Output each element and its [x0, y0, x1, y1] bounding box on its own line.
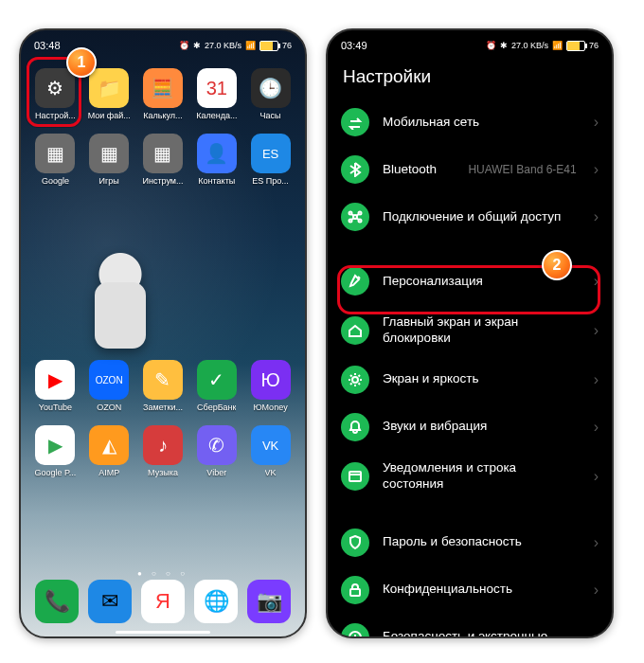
app-Календа...[interactable]: 31Календа... [189, 64, 243, 122]
settings-label: Экран и яркость [383, 371, 581, 387]
app-label: Google P... [34, 468, 76, 477]
app-label: ЮMoney [254, 403, 288, 412]
dock-app[interactable]: 📷 [247, 580, 291, 623]
dock-app[interactable]: ✉ [88, 580, 132, 623]
app-Google P...[interactable]: ▶Google P... [28, 421, 82, 479]
settings-label: Мобильная сеть [383, 115, 581, 131]
settings-row-bell[interactable]: Звуки и вибрация› [328, 403, 612, 451]
chevron-right-icon: › [594, 322, 599, 339]
app-icon: ▦ [89, 134, 129, 173]
settings-list: Мобильная сеть›BluetoothHUAWEI Band 6-E4… [328, 99, 612, 638]
chevron-right-icon: › [594, 534, 599, 551]
app-VK[interactable]: VKVK [243, 421, 297, 479]
chevron-right-icon: › [594, 273, 599, 290]
lock-icon [341, 576, 369, 604]
app-label: Калькул... [143, 111, 182, 120]
phone-settings-screen: 03:49 ⏰✱27.0 KB/s📶 76 Настройки Мобильна… [326, 28, 614, 638]
app-Калькул...[interactable]: 🧮Калькул... [136, 64, 190, 122]
brush-icon [341, 267, 369, 296]
step-badge-1: 1 [66, 47, 97, 78]
bt-icon [341, 155, 369, 184]
app-label: OZON [97, 403, 121, 412]
chevron-right-icon: › [594, 629, 599, 639]
settings-row-shield[interactable]: Пароль и безопасность› [328, 519, 612, 566]
clock: 03:48 [34, 40, 61, 51]
app-Заметки...[interactable]: ✎Заметки... [136, 356, 190, 414]
app-label: VK [265, 468, 277, 477]
app-label: ES Про... [252, 176, 289, 186]
app-Viber[interactable]: ✆Viber [189, 421, 243, 479]
svg-rect-7 [350, 589, 360, 596]
settings-label: Пароль и безопасность [383, 534, 581, 550]
settings-row-sun[interactable]: Экран и яркость› [328, 356, 612, 403]
app-icon: Ю [251, 360, 291, 400]
app-label: Мои фай... [88, 111, 131, 120]
dock-app[interactable]: 🌐 [194, 580, 238, 623]
settings-label: Bluetooth [383, 162, 455, 178]
chevron-right-icon: › [594, 114, 599, 131]
status-icons: ⏰✱27.0 KB/s📶 76 [179, 41, 292, 51]
page-title: Настройки [343, 66, 597, 87]
chevron-right-icon: › [594, 582, 599, 599]
app-icon: VK [251, 425, 291, 465]
share-icon [341, 203, 369, 231]
page-indicator: ● ○ ○ ○ [21, 569, 305, 578]
app-icon: 👤 [197, 134, 237, 173]
app-Музыка[interactable]: ♪Музыка [136, 421, 190, 479]
app-icon: ♪ [143, 425, 183, 465]
app-YouTube[interactable]: ▶YouTube [28, 356, 82, 414]
settings-row-bt[interactable]: BluetoothHUAWEI Band 6-E41› [328, 146, 612, 193]
app-icon: 📁 [89, 68, 129, 108]
app-ES Про...[interactable]: ESES Про... [243, 130, 297, 188]
app-label: YouTube [39, 403, 72, 412]
settings-label: Конфиденциальность [383, 582, 581, 598]
app-icon: ✎ [143, 360, 183, 400]
app-icon: ✓ [197, 360, 237, 400]
app-СберБанк[interactable]: ✓СберБанк [189, 356, 243, 414]
settings-row-home[interactable]: Главный экран и экран блокировки› [328, 305, 612, 356]
settings-row-lock[interactable]: Конфиденциальность› [328, 566, 612, 614]
app-Игры[interactable]: ▦Игры [82, 130, 136, 188]
app-label: Контакты [198, 176, 235, 186]
swap-icon [341, 108, 369, 136]
app-icon: OZON [89, 360, 129, 400]
phone-home-screen: 03:48 ⏰✱27.0 KB/s📶 76 ⚙Настрой...📁Мои фа… [19, 28, 307, 638]
app-label: Google [42, 176, 69, 186]
nav-home-indicator[interactable] [116, 631, 210, 634]
app-label: Календа... [196, 111, 237, 120]
settings-label: Подключение и общий доступ [383, 209, 581, 225]
app-label: Viber [206, 468, 226, 477]
sos-icon [341, 623, 369, 639]
app-Инструм...[interactable]: ▦Инструм... [136, 130, 190, 188]
app-icon: ES [251, 134, 291, 173]
step-badge-2: 2 [542, 250, 572, 280]
dock: 📞✉Я🌐📷 [21, 580, 305, 629]
app-icon: ▦ [143, 134, 183, 173]
app-icon: ▶ [35, 425, 75, 465]
app-Google[interactable]: ▦Google [28, 130, 82, 188]
app-AIMP[interactable]: ◭AIMP [82, 421, 136, 479]
app-ЮMoney[interactable]: ЮЮMoney [243, 356, 297, 414]
dock-app[interactable]: Я [141, 580, 185, 623]
settings-label: Звуки и вибрация [383, 419, 581, 435]
dock-app[interactable]: 📞 [35, 580, 79, 623]
app-OZON[interactable]: OZONOZON [82, 356, 136, 414]
app-icon: 🕒 [251, 68, 291, 108]
settings-row-sos[interactable]: Безопасность и экстренные› [328, 614, 612, 639]
app-icon: 31 [197, 68, 237, 108]
app-label: Музыка [148, 468, 178, 477]
chevron-right-icon: › [594, 419, 599, 436]
chevron-right-icon: › [594, 208, 599, 225]
sun-icon [341, 366, 369, 394]
app-Часы[interactable]: 🕒Часы [243, 64, 297, 122]
status-icons: ⏰✱27.0 KB/s📶 76 [486, 41, 599, 51]
settings-row-share[interactable]: Подключение и общий доступ› [328, 193, 612, 241]
app-Контакты[interactable]: 👤Контакты [189, 130, 243, 188]
notif-icon [341, 462, 369, 491]
settings-label: Уведомления и строка состояния [383, 460, 581, 493]
app-icon: ▦ [35, 134, 75, 173]
app-icon: ◭ [89, 425, 129, 465]
settings-row-notif[interactable]: Уведомления и строка состояния› [328, 451, 612, 502]
chevron-right-icon: › [594, 161, 599, 178]
settings-row-swap[interactable]: Мобильная сеть› [328, 99, 612, 146]
